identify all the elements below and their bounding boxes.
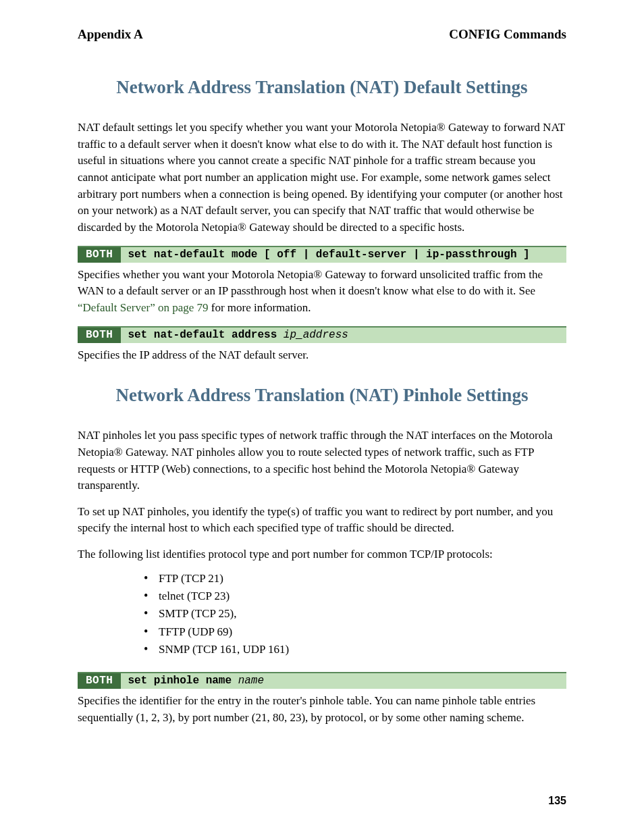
command-text-arg: name [238, 675, 264, 687]
command-description-nat-default-address: Specifies the IP address of the NAT defa… [78, 347, 566, 364]
cmd-desc-pageref[interactable]: on page 79 [155, 301, 209, 314]
command-text: set nat-default address ip_address [121, 328, 348, 343]
nat-pinhole-intro-2: To set up NAT pinholes, you identify the… [78, 504, 566, 537]
command-description-nat-default-mode: Specifies whether you want your Motorola… [78, 267, 566, 317]
header-left: Appendix A [78, 27, 143, 42]
command-text-literal: set nat-default address [128, 329, 283, 341]
command-text-literal: set pinhole name [128, 675, 238, 687]
protocol-port-list: FTP (TCP 21) telnet (TCP 23) SMTP (TCP 2… [78, 570, 566, 659]
section-title-nat-pinhole: Network Address Translation (NAT) Pinhol… [78, 384, 566, 407]
command-scope-badge: BOTH [78, 247, 121, 263]
list-item: FTP (TCP 21) [159, 570, 566, 588]
nat-default-intro: NAT default settings let you specify whe… [78, 120, 566, 236]
list-item: TFTP (UDP 69) [159, 623, 566, 641]
list-item: SMTP (TCP 25), [159, 605, 566, 623]
cmd-desc-suffix: for more information. [209, 301, 311, 314]
section-title-nat-default: Network Address Translation (NAT) Defaul… [78, 76, 566, 99]
header-right: CONFIG Commands [449, 27, 566, 42]
command-description-pinhole-name: Specifies the identifier for the entry i… [78, 693, 566, 726]
command-block-nat-default-address: BOTHset nat-default address ip_address [78, 326, 566, 343]
command-block-nat-default-mode: BOTHset nat-default mode [ off | default… [78, 246, 566, 263]
page-number: 135 [548, 795, 566, 807]
command-text: set nat-default mode [ off | default-ser… [121, 247, 529, 263]
command-text-arg: ip_address [284, 329, 348, 341]
nat-pinhole-intro-1: NAT pinholes let you pass specific types… [78, 427, 566, 494]
command-scope-badge: BOTH [78, 673, 121, 689]
nat-pinhole-intro-3: The following list identifies protocol t… [78, 546, 566, 563]
page-header: Appendix A CONFIG Commands [78, 27, 566, 42]
command-text: set pinhole name name [121, 673, 264, 689]
command-block-pinhole-name: BOTHset pinhole name name [78, 672, 566, 689]
list-item: SNMP (TCP 161, UDP 161) [159, 641, 566, 658]
cmd-desc-link[interactable]: “Default Server” [78, 301, 155, 314]
list-item: telnet (TCP 23) [159, 588, 566, 605]
command-scope-badge: BOTH [78, 328, 121, 343]
cmd-desc-prefix: Specifies whether you want your Motorola… [78, 268, 543, 298]
